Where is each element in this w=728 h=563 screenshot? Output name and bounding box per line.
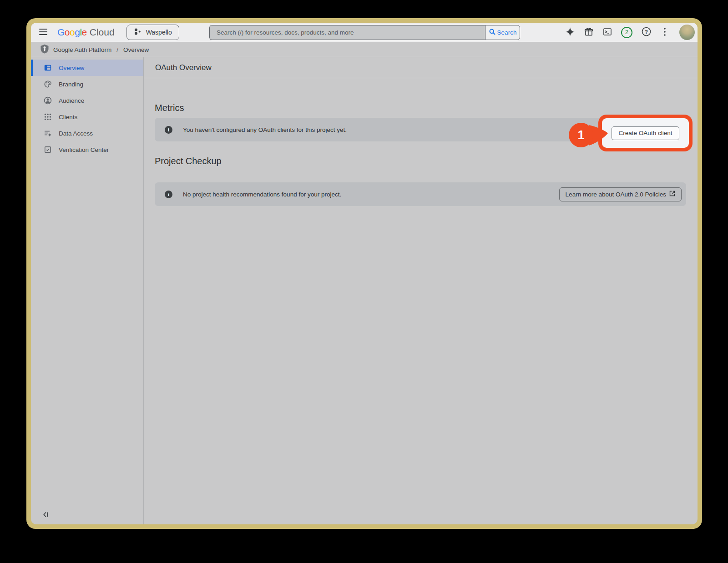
help-icon: ? [642,27,651,38]
search-button-label: Search [497,29,517,36]
logo-letter: o [65,27,70,38]
logo-cloud-text: Cloud [90,27,115,38]
annotation-step-number: 1 [577,128,584,142]
logo-letter: g [75,27,80,38]
sidebar-item-label: Overview [59,65,84,71]
screenshot-stage: Google Cloud Waspello Search [0,0,728,563]
auth-platform-shield-icon [40,44,49,55]
breadcrumb-product[interactable]: Google Auth Platform [53,46,111,53]
annotation-highlight-box: Create OAuth client [598,115,693,151]
topbar-actions: 2 ? [565,25,695,40]
hamburger-icon [39,29,47,36]
sidebar-item-label: Branding [59,81,83,88]
menu-button[interactable] [36,25,50,39]
info-icon: i [165,191,172,198]
sidebar-item-label: Verification Center [59,146,109,153]
breadcrumb-separator: / [116,46,119,53]
svg-text:?: ? [644,29,647,35]
project-icon [134,28,142,37]
sidebar: Overview Branding Audience [31,57,144,524]
project-name: Waspello [146,29,172,36]
logo-letter: e [82,27,87,38]
terminal-icon [603,27,612,38]
help-button[interactable]: ? [641,27,651,37]
account-avatar[interactable] [679,25,695,40]
sparkle-icon [566,27,575,38]
collapse-sidebar-button[interactable] [42,512,49,519]
dots-vertical-icon [664,28,666,37]
metrics-heading: Metrics [155,102,686,114]
learn-more-label: Learn more about OAuth 2.0 Policies [566,191,666,198]
browser-window: Google Cloud Waspello Search [31,23,698,524]
gift-button[interactable] [584,27,594,37]
project-checkup-info-text: No project health recommendations found … [183,191,341,198]
search-bar: Search [209,25,520,40]
palette-icon [44,80,52,88]
sidebar-item-label: Audience [59,97,84,104]
annotation-step-badge: 1 [562,118,609,152]
search-button[interactable]: Search [485,25,520,40]
collapse-chevron-icon [42,511,49,519]
verification-check-icon [44,146,52,154]
external-link-icon [669,191,675,198]
sidebar-item-label: Data Access [59,130,93,137]
notifications-button[interactable]: 2 [621,27,632,38]
sidebar-item-branding[interactable]: Branding [31,76,143,92]
google-cloud-logo[interactable]: Google Cloud [57,27,115,38]
breadcrumb-page: Overview [123,46,149,53]
notification-count: 2 [625,29,628,35]
sidebar-item-verification-center[interactable]: Verification Center [31,141,143,158]
page-title: OAuth Overview [155,63,212,72]
cloud-shell-button[interactable] [602,27,612,37]
metrics-info-text: You haven't configured any OAuth clients… [183,126,347,133]
logo-letter: o [70,27,75,38]
sidebar-item-data-access[interactable]: Data Access [31,125,143,141]
search-icon [489,28,496,37]
person-icon [44,96,52,105]
sidebar-item-label: Clients [59,114,77,121]
search-input[interactable] [209,25,485,40]
more-options-button[interactable] [660,27,670,37]
create-oauth-client-button[interactable]: Create OAuth client [612,126,680,140]
window-frame: Google Cloud Waspello Search [26,18,702,529]
breadcrumb: Google Auth Platform / Overview [31,42,698,57]
gemini-button[interactable] [565,27,575,37]
learn-more-oauth-policies-button[interactable]: Learn more about OAuth 2.0 Policies [559,187,682,201]
data-access-icon [44,129,52,137]
sidebar-item-overview[interactable]: Overview [31,60,143,76]
project-checkup-info-banner: i No project health recommendations foun… [155,182,686,206]
gift-icon [584,27,593,38]
apps-grid-icon [44,113,52,121]
overview-icon [44,64,52,72]
logo-letter: G [57,27,65,38]
sidebar-item-audience[interactable]: Audience [31,92,143,109]
sidebar-item-clients[interactable]: Clients [31,109,143,125]
page-header: OAuth Overview [144,57,698,78]
project-checkup-heading: Project Checkup [155,155,686,167]
top-app-bar: Google Cloud Waspello Search [31,23,698,42]
project-selector[interactable]: Waspello [126,25,179,40]
info-icon: i [165,126,172,134]
